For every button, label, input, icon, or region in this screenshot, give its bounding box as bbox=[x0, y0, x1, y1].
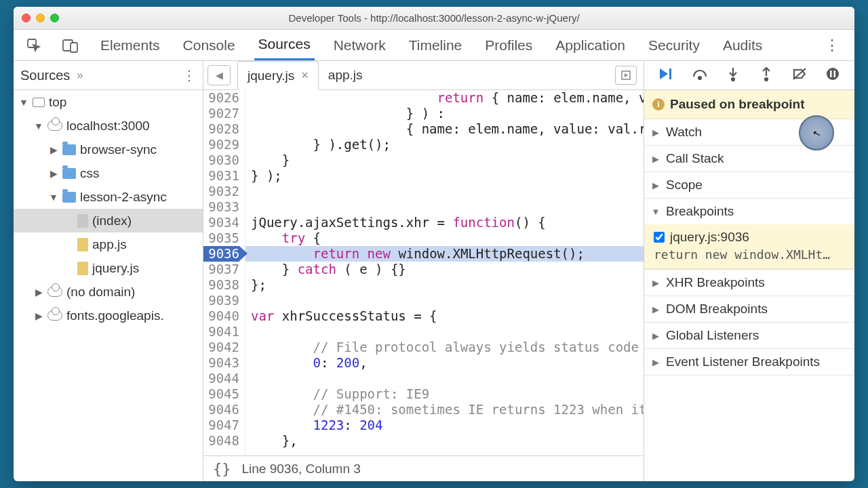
titlebar: Developer Tools - http://localhost:3000/… bbox=[14, 7, 854, 30]
cursor-position: Line 9036, Column 3 bbox=[242, 462, 361, 476]
editor-tabs: ◀ jquery.js× app.js bbox=[203, 61, 644, 90]
filetab-jquery[interactable]: jquery.js× bbox=[237, 61, 319, 90]
tree-fonts[interactable]: ▶fonts.googleapis. bbox=[14, 304, 203, 327]
panel-event-listener-breakpoints[interactable]: ▶Event Listener Breakpoints bbox=[644, 349, 854, 375]
svg-point-6 bbox=[732, 78, 734, 81]
panel-watch[interactable]: ▶Watch bbox=[644, 119, 854, 145]
info-icon: i bbox=[652, 98, 665, 110]
tab-security[interactable]: Security bbox=[644, 31, 704, 60]
step-into-button[interactable] bbox=[723, 66, 743, 85]
zoom-window-button[interactable] bbox=[50, 14, 59, 22]
nav-back-button[interactable]: ◀ bbox=[208, 65, 231, 85]
document-icon bbox=[77, 238, 88, 251]
svg-point-9 bbox=[827, 68, 839, 80]
tab-application[interactable]: Application bbox=[551, 31, 629, 60]
panel-scope[interactable]: ▶Scope bbox=[644, 172, 854, 198]
tree-top[interactable]: ▼top bbox=[14, 90, 203, 114]
cloud-icon bbox=[47, 287, 62, 297]
breakpoint-checkbox[interactable] bbox=[654, 232, 665, 243]
tree-file-jqueryjs[interactable]: jquery.js bbox=[14, 256, 203, 280]
frame-icon bbox=[33, 98, 45, 107]
pretty-print-icon[interactable]: {} bbox=[213, 460, 231, 477]
sidebar-menu-icon[interactable]: ⋮ bbox=[182, 67, 196, 83]
device-toggle-icon[interactable] bbox=[60, 35, 81, 56]
tree-folder-css[interactable]: ▶css bbox=[14, 161, 203, 185]
tab-console[interactable]: Console bbox=[179, 31, 239, 60]
tree-file-index[interactable]: (index) bbox=[14, 209, 203, 232]
folder-icon bbox=[62, 192, 76, 203]
run-snippet-button[interactable] bbox=[615, 66, 637, 85]
overflow-menu-icon[interactable]: ⋮ bbox=[819, 37, 845, 54]
document-icon bbox=[77, 262, 88, 275]
document-icon bbox=[77, 214, 88, 228]
window-title: Developer Tools - http://localhost:3000/… bbox=[14, 12, 854, 24]
tab-sources[interactable]: Sources bbox=[254, 30, 315, 60]
close-tab-icon[interactable]: × bbox=[301, 68, 309, 83]
panel-breakpoints[interactable]: ▼Breakpoints bbox=[644, 199, 854, 224]
folder-icon bbox=[62, 168, 76, 179]
tab-audits[interactable]: Audits bbox=[719, 31, 766, 60]
svg-rect-2 bbox=[71, 43, 77, 52]
svg-point-5 bbox=[698, 77, 701, 79]
panel-xhr-breakpoints[interactable]: ▶XHR Breakpoints bbox=[644, 270, 854, 296]
inspect-icon[interactable] bbox=[23, 35, 45, 56]
panel-global-listeners[interactable]: ▶Global Listeners bbox=[644, 323, 854, 348]
tree-folder-lesson[interactable]: ▼lesson-2-async bbox=[14, 185, 203, 209]
debugger-pane: i Paused on breakpoint ▶Watch ▶Call Stac… bbox=[644, 61, 854, 481]
svg-point-7 bbox=[765, 78, 768, 81]
minimize-window-button[interactable] bbox=[36, 14, 45, 22]
sources-sidebar: Sources » ⋮ ▼top ▼localhost:3000 ▶browse… bbox=[14, 61, 203, 481]
folder-icon bbox=[62, 144, 76, 155]
cloud-icon bbox=[47, 121, 62, 131]
tree-host[interactable]: ▼localhost:3000 bbox=[14, 114, 203, 138]
panel-dom-breakpoints[interactable]: ▶DOM Breakpoints bbox=[644, 296, 854, 322]
resume-button[interactable] bbox=[656, 67, 677, 84]
cloud-icon bbox=[47, 310, 62, 321]
svg-rect-11 bbox=[833, 70, 835, 77]
tab-profiles[interactable]: Profiles bbox=[481, 31, 536, 60]
deactivate-breakpoints-button[interactable] bbox=[789, 67, 810, 84]
breakpoint-item[interactable]: jquery.js:9036 return new window.XMLHt… bbox=[644, 224, 854, 269]
close-window-button[interactable] bbox=[22, 14, 31, 22]
paused-banner: i Paused on breakpoint bbox=[644, 90, 854, 119]
step-over-button[interactable] bbox=[690, 67, 710, 84]
expand-icon[interactable]: » bbox=[77, 69, 83, 81]
tree-folder-browser-sync[interactable]: ▶browser-sync bbox=[14, 138, 203, 161]
tab-network[interactable]: Network bbox=[330, 31, 390, 60]
step-out-button[interactable] bbox=[756, 66, 776, 85]
tab-timeline[interactable]: Timeline bbox=[405, 31, 467, 60]
devtools-tabs: Elements Console Sources Network Timelin… bbox=[14, 30, 854, 61]
tree-no-domain[interactable]: ▶(no domain) bbox=[14, 280, 203, 304]
pause-on-exceptions-button[interactable] bbox=[823, 67, 843, 84]
tab-elements[interactable]: Elements bbox=[96, 31, 164, 60]
panel-call-stack[interactable]: ▶Call Stack bbox=[644, 146, 854, 171]
sidebar-heading: Sources bbox=[20, 68, 70, 83]
filetab-app[interactable]: app.js bbox=[319, 61, 372, 90]
svg-rect-10 bbox=[830, 70, 832, 77]
tree-file-appjs[interactable]: app.js bbox=[14, 232, 203, 256]
svg-rect-4 bbox=[669, 68, 671, 79]
